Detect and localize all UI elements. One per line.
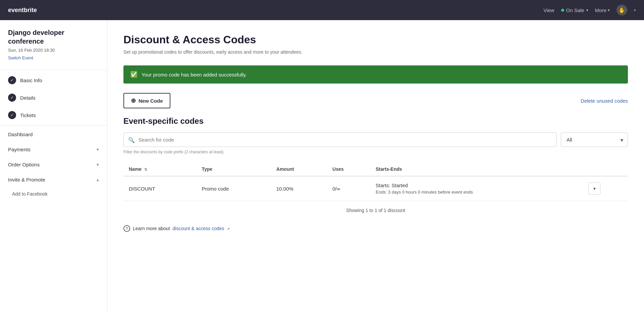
sidebar-item-invite-promote[interactable]: Invite & Promote ▴: [0, 172, 107, 187]
table-header: Name ⇅ Type Amount Uses Starts-Ends: [123, 162, 628, 176]
nav-right-actions: View On Sale ▾ More ▾ ✋ ▾: [543, 5, 636, 15]
main-content: Discount & Access Codes Set up promotion…: [107, 20, 644, 312]
learn-more-row: ? Learn more about discount & access cod…: [123, 225, 628, 232]
success-banner: ✅ Your promo code has been added success…: [123, 65, 628, 84]
invite-promote-chevron-icon: ▴: [97, 177, 99, 182]
row-uses: 0/∞: [327, 176, 370, 201]
status-dot-icon: [561, 9, 564, 12]
page-layout: Django developer conference Sun, 16 Feb …: [0, 20, 644, 312]
row-ends: Ends: 3 days 0 hours 0 minutes before ev…: [376, 190, 578, 195]
expand-chevron-icon: ▾: [593, 186, 596, 191]
sidebar-item-dashboard[interactable]: Dashboard: [0, 127, 107, 142]
search-input[interactable]: [123, 133, 557, 147]
view-link[interactable]: View: [543, 7, 554, 13]
search-box: 🔍: [123, 133, 557, 147]
success-check-icon: ✅: [130, 71, 138, 78]
status-chevron-icon: ▾: [586, 8, 588, 12]
check-icon-basic-info: ✓: [8, 76, 16, 84]
col-header-amount: Amount: [271, 162, 327, 176]
sidebar-invite-promote-label: Invite & Promote: [8, 177, 45, 183]
sort-icon-name: ⇅: [144, 167, 147, 171]
external-link-icon: ↗: [227, 227, 230, 231]
learn-link-text: discount & access codes: [173, 226, 224, 231]
col-header-uses: Uses: [327, 162, 370, 176]
sidebar-item-basic-info[interactable]: ✓ Basic Info: [0, 71, 107, 89]
event-date: Sun, 16 Feb 2020 18:30: [0, 48, 107, 55]
filter-wrap: All Discount Access Comp: [561, 133, 628, 147]
page-subtitle: Set up promotional codes to offer discou…: [123, 49, 628, 55]
top-navigation: eventbrite View On Sale ▾ More ▾ ✋ ▾: [0, 0, 644, 20]
col-header-starts-ends: Starts-Ends: [370, 162, 583, 176]
order-options-chevron-icon: ▾: [97, 162, 99, 167]
table-row: DISCOUNT Promo code 10.00% 0/∞ Starts: S…: [123, 176, 628, 201]
table-body: DISCOUNT Promo code 10.00% 0/∞ Starts: S…: [123, 176, 628, 201]
codes-table: Name ⇅ Type Amount Uses Starts-Ends DISC…: [123, 162, 628, 201]
col-header-type: Type: [196, 162, 271, 176]
delete-unused-link[interactable]: Delete unused codes: [581, 98, 628, 104]
add-facebook-label: Add to Facebook: [12, 191, 48, 197]
new-code-label: New Code: [139, 98, 163, 104]
nav-logo-area: eventbrite: [8, 7, 37, 14]
new-code-button[interactable]: ⊕ New Code: [123, 93, 170, 108]
eventbrite-logo[interactable]: eventbrite: [8, 7, 37, 14]
page-title: Discount & Access Codes: [123, 34, 628, 46]
sidebar-dashboard-label: Dashboard: [8, 132, 33, 137]
row-expand-button[interactable]: ▾: [588, 183, 600, 195]
event-title: Django developer conference: [0, 28, 107, 48]
sidebar-divider-2: [0, 125, 107, 125]
sidebar-item-order-options[interactable]: Order Options ▾: [0, 157, 107, 172]
row-expand-cell: ▾: [583, 176, 628, 201]
showing-text: Showing 1 to 1 of 1 discount: [123, 201, 628, 220]
success-message: Your promo code has been added successfu…: [142, 72, 247, 77]
learn-prefix: Learn more about: [133, 226, 170, 231]
payments-chevron-icon: ▾: [97, 147, 99, 152]
help-icon: ?: [123, 225, 130, 232]
learn-link[interactable]: discount & access codes ↗: [173, 226, 230, 231]
switch-event-link[interactable]: Switch Event: [0, 55, 107, 68]
event-specific-codes-title: Event-specific codes: [123, 116, 628, 126]
sidebar-item-payments[interactable]: Payments ▾: [0, 142, 107, 157]
more-button[interactable]: More ▾: [595, 7, 610, 13]
search-hint: Filter the discounts by code prefix (2 c…: [123, 150, 628, 154]
col-header-name[interactable]: Name ⇅: [123, 162, 196, 176]
sidebar-divider: [0, 70, 107, 70]
plus-icon: ⊕: [131, 97, 136, 104]
sidebar-label-basic-info: Basic Info: [20, 77, 42, 83]
actions-row: ⊕ New Code Delete unused codes: [123, 93, 628, 108]
sidebar-item-details[interactable]: ✓ Details: [0, 89, 107, 106]
sale-status-badge[interactable]: On Sale ▾: [561, 7, 588, 13]
more-chevron-icon: ▾: [608, 8, 610, 12]
sidebar-label-tickets: Tickets: [20, 112, 36, 118]
row-starts-ends: Starts: Started Ends: 3 days 0 hours 0 m…: [370, 176, 583, 201]
more-label: More: [595, 7, 606, 13]
sidebar-order-options-label: Order Options: [8, 162, 40, 167]
search-filter-row: 🔍 All Discount Access Comp: [123, 133, 628, 147]
sidebar: Django developer conference Sun, 16 Feb …: [0, 20, 107, 312]
sidebar-label-details: Details: [20, 95, 36, 101]
user-icon-symbol: ✋: [619, 7, 625, 13]
sale-status-label: On Sale: [566, 7, 584, 13]
row-amount: 10.00%: [271, 176, 327, 201]
user-chevron-icon[interactable]: ▾: [634, 8, 636, 12]
row-starts: Starts: Started: [376, 183, 578, 188]
row-name: DISCOUNT: [123, 176, 196, 201]
search-icon: 🔍: [128, 137, 135, 143]
check-icon-tickets: ✓: [8, 111, 16, 119]
col-header-actions: [583, 162, 628, 176]
sidebar-payments-label: Payments: [8, 147, 31, 152]
type-filter-select[interactable]: All Discount Access Comp: [561, 133, 628, 147]
row-type: Promo code: [196, 176, 271, 201]
user-avatar[interactable]: ✋: [616, 5, 627, 15]
check-icon-details: ✓: [8, 94, 16, 102]
sidebar-sub-item-add-facebook[interactable]: Add to Facebook: [0, 187, 107, 201]
sidebar-item-tickets[interactable]: ✓ Tickets: [0, 106, 107, 124]
